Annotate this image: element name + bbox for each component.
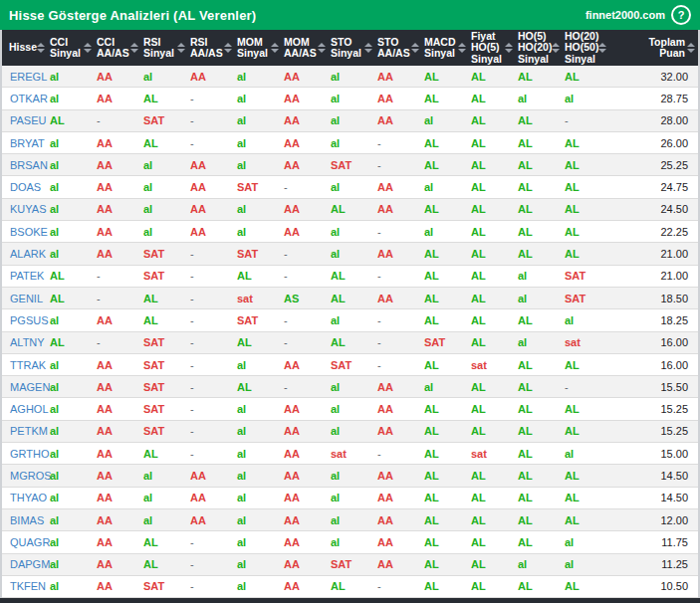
ticker-cell[interactable]: QUAGR (2, 536, 48, 548)
ticker-cell[interactable]: BSOKE (2, 226, 48, 238)
signal-cell: AL (235, 336, 282, 348)
sort-icon[interactable] (687, 43, 695, 53)
ticker-cell[interactable]: TTRAK (2, 359, 48, 371)
column-header-sto-aaas[interactable]: STO AA/AS (375, 30, 422, 66)
ticker-cell[interactable]: BRYAT (2, 137, 48, 149)
signal-cell: al (48, 514, 95, 526)
signal-cell: AL (469, 248, 516, 260)
signal-cell: AL (469, 226, 516, 238)
sort-icon[interactable] (458, 43, 466, 53)
ticker-cell[interactable]: PASEU (2, 114, 48, 126)
column-header-ho5-ho20[interactable]: HO(5) HO(20) Sinyal (516, 30, 563, 66)
sort-icon[interactable] (271, 43, 279, 53)
column-header-hisse[interactable]: Hisse (2, 30, 48, 66)
ticker-cell[interactable]: DAPGM (2, 558, 48, 570)
signal-cell: sat (469, 448, 516, 460)
help-icon[interactable]: ? (671, 5, 691, 25)
sort-icon[interactable] (598, 43, 606, 53)
signal-cell: SAT (563, 270, 609, 282)
ticker-cell[interactable]: KUYAS (2, 203, 48, 215)
signal-cell: AL (422, 93, 469, 104)
ticker-cell[interactable]: BIMAS (2, 514, 48, 526)
table-row: TKFEN al AA SAT - al AA AL - AL AL AL AL… (2, 576, 698, 598)
signal-cell: - (95, 114, 141, 126)
column-header-rsi-aaas[interactable]: RSI AA/AS (188, 30, 235, 66)
table-row: QUAGR al AA AL - al AA al AA AL AL AL al… (2, 531, 698, 553)
sort-icon[interactable] (130, 43, 138, 53)
ticker-cell[interactable]: EREGL (2, 71, 48, 83)
signal-cell: AA (282, 403, 329, 415)
signal-cell: AA (95, 403, 141, 415)
signal-cell: AL (141, 558, 188, 570)
signal-cell: al (329, 93, 375, 104)
ticker-cell[interactable]: TKFEN (2, 580, 48, 592)
sort-icon[interactable] (224, 43, 232, 53)
signal-cell: AL (329, 336, 375, 348)
sort-icon[interactable] (37, 43, 45, 53)
column-header-rsi-sinyal[interactable]: RSI Sinyal (141, 30, 188, 66)
ticker-cell[interactable]: OTKAR (2, 93, 48, 104)
signal-cell: AL (516, 114, 563, 126)
signal-cell: al (329, 248, 375, 260)
signal-cell: AA (282, 492, 329, 503)
score-cell: 12.00 (609, 514, 698, 526)
signal-cell: al (141, 159, 188, 171)
signal-cell: AA (95, 226, 141, 238)
ticker-cell[interactable]: MAGEN (2, 381, 48, 393)
column-header-fiyat-ho5[interactable]: Fiyat HO(5) Sinyal (469, 30, 516, 66)
signal-cell: - (188, 403, 235, 415)
sort-icon[interactable] (505, 43, 513, 53)
signal-cell: AA (282, 536, 329, 548)
ticker-cell[interactable]: PATEK (2, 270, 48, 282)
column-header-cci-sinyal[interactable]: CCI Sinyal (48, 30, 95, 66)
signal-cell: AL (563, 137, 609, 149)
column-header-sto-sinyal[interactable]: STO Sinyal (329, 30, 375, 66)
sort-icon[interactable] (364, 43, 372, 53)
signal-cell: - (563, 114, 609, 126)
signal-cell: al (48, 381, 95, 393)
ticker-cell[interactable]: PGSUS (2, 314, 48, 326)
signal-cell: SAT (329, 359, 375, 371)
ticker-cell[interactable]: ALTNY (2, 336, 48, 348)
signal-cell: AL (422, 359, 469, 371)
ticker-cell[interactable]: MGROS (2, 470, 48, 482)
ticker-cell[interactable]: GRTHO (2, 448, 48, 460)
signal-cell: al (48, 536, 95, 548)
column-header-cci-aaas[interactable]: CCI AA/AS (95, 30, 141, 66)
column-header-mom-aaas[interactable]: MOM AA/AS (282, 30, 329, 66)
score-cell: 26.00 (609, 137, 698, 149)
sort-icon[interactable] (411, 43, 419, 53)
signal-cell: - (188, 580, 235, 592)
column-header-mom-sinyal[interactable]: MOM Sinyal (235, 30, 282, 66)
signal-cell: al (329, 403, 375, 415)
title-bar: Hisse Gösterge Analizleri (AL Verenler) … (0, 0, 700, 30)
table-row: GENIL AL - AL - sat AS AL AA AL AL al SA… (2, 288, 698, 309)
ticker-cell[interactable]: ALARK (2, 248, 48, 260)
sort-icon[interactable] (177, 43, 185, 53)
signal-cell: al (235, 470, 282, 482)
signal-cell: AA (95, 359, 141, 371)
ticker-cell[interactable]: BRSAN (2, 159, 48, 171)
signal-cell: AA (188, 492, 235, 503)
signal-cell: AA (95, 203, 141, 215)
signal-cell: AA (375, 403, 422, 415)
ticker-cell[interactable]: AGHOL (2, 403, 48, 415)
sort-icon[interactable] (318, 43, 326, 53)
signal-cell: - (375, 270, 422, 282)
ticker-cell[interactable]: THYAO (2, 492, 48, 503)
ticker-cell[interactable]: PETKM (2, 425, 48, 437)
ticker-cell[interactable]: DOAS (2, 181, 48, 193)
table-row: DAPGM al AA AL - al AA SAT AA AL AL al a… (2, 554, 698, 576)
signal-cell: SAT (329, 558, 375, 570)
ticker-cell[interactable]: GENIL (2, 293, 48, 304)
signal-cell: al (235, 159, 282, 171)
sort-icon[interactable] (84, 43, 92, 53)
signals-table: Hisse CCI Sinyal CCI AA/AS RSI Sinyal RS… (0, 30, 700, 598)
signal-cell: AA (188, 159, 235, 171)
brand-area: finnet2000.com ? (585, 5, 691, 25)
column-header-ho20-ho50[interactable]: HO(20) HO(50) Sinyal (563, 30, 609, 66)
column-header-macd-sinyal[interactable]: MACD Sinyal (422, 30, 469, 66)
signal-cell: al (329, 226, 375, 238)
sort-icon[interactable] (552, 43, 560, 53)
column-header-toplam-puan[interactable]: Toplam Puan (609, 30, 698, 66)
